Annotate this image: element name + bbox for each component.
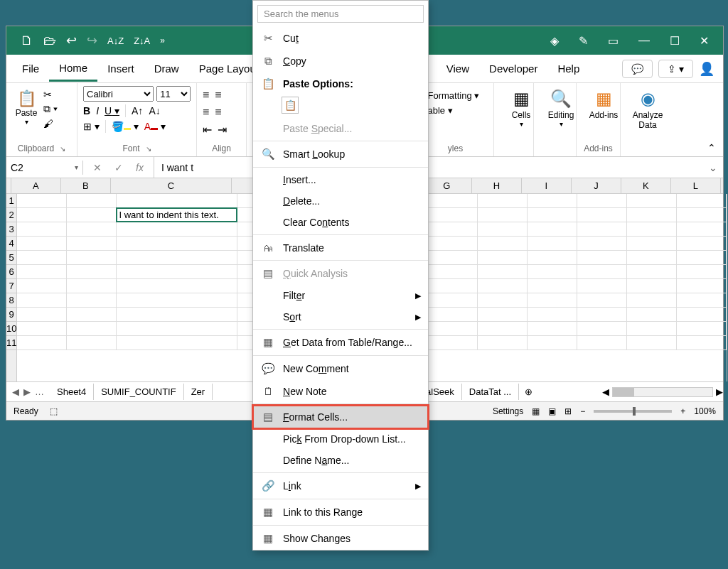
- cell[interactable]: [428, 308, 478, 322]
- cell[interactable]: [478, 194, 528, 208]
- account-icon[interactable]: 👤: [699, 61, 714, 77]
- cell[interactable]: [67, 251, 117, 265]
- cell[interactable]: [577, 336, 627, 350]
- sheet-tab[interactable]: Sheet4: [50, 384, 94, 400]
- borders-button[interactable]: ⊞ ▾: [83, 121, 100, 132]
- cell[interactable]: [577, 322, 627, 336]
- menu-insert[interactable]: Insert...: [253, 169, 428, 190]
- cell[interactable]: [627, 293, 677, 308]
- cell[interactable]: [677, 308, 727, 322]
- cut-icon[interactable]: ✂: [43, 89, 58, 100]
- cell[interactable]: [528, 265, 577, 279]
- sort-asc-icon[interactable]: A↓Z: [107, 36, 124, 46]
- menu-translate[interactable]: 🗛Translate: [253, 237, 428, 259]
- menu-clear-contents[interactable]: Clear Contents: [253, 212, 428, 233]
- cell[interactable]: [428, 265, 478, 279]
- cell[interactable]: [528, 336, 577, 350]
- cell[interactable]: [677, 194, 727, 208]
- cell[interactable]: [117, 194, 237, 208]
- column-header[interactable]: H: [472, 178, 522, 193]
- cell[interactable]: [528, 293, 577, 308]
- cell[interactable]: [677, 265, 727, 279]
- cell[interactable]: [428, 293, 478, 308]
- cell[interactable]: [577, 265, 627, 279]
- menu-delete[interactable]: Delete...: [253, 190, 428, 212]
- cell[interactable]: [528, 194, 577, 208]
- cell[interactable]: [627, 322, 677, 336]
- cell[interactable]: [627, 237, 677, 251]
- tab-file[interactable]: File: [12, 57, 49, 80]
- column-header[interactable]: G: [422, 178, 472, 193]
- menu-search-input[interactable]: Search the menus: [257, 5, 424, 23]
- cell[interactable]: [428, 322, 478, 336]
- paste-button[interactable]: 📋 Paste ▾: [12, 86, 41, 129]
- zoom-out-icon[interactable]: −: [580, 406, 585, 416]
- cell[interactable]: [67, 208, 117, 222]
- collapse-ribbon-icon[interactable]: ⌃: [700, 139, 723, 156]
- cell[interactable]: [528, 237, 577, 251]
- row-header[interactable]: 3: [6, 222, 16, 237]
- column-header[interactable]: C: [111, 178, 232, 193]
- cell[interactable]: [478, 336, 528, 350]
- sheet-nav-next-icon[interactable]: ▶: [23, 386, 31, 397]
- menu-smart-lookup[interactable]: 🔍Smart Lookup: [253, 143, 428, 166]
- menu-copy[interactable]: ⧉Copy: [253, 50, 428, 72]
- cell[interactable]: [67, 322, 117, 336]
- cell[interactable]: [117, 251, 237, 265]
- tab-help[interactable]: Help: [547, 57, 589, 80]
- macro-record-icon[interactable]: ⬚: [50, 406, 58, 416]
- column-header[interactable]: L: [671, 178, 721, 193]
- cell[interactable]: [17, 251, 67, 265]
- cell[interactable]: [627, 208, 677, 222]
- enter-formula-icon[interactable]: ✓: [114, 162, 123, 173]
- cell[interactable]: [117, 308, 237, 322]
- share-button[interactable]: ⇪ ▾: [658, 60, 693, 78]
- cell[interactable]: [428, 251, 478, 265]
- sheet-tab[interactable]: DataTat ...: [462, 384, 519, 400]
- column-header[interactable]: B: [61, 178, 111, 193]
- cell[interactable]: [117, 222, 237, 237]
- cell[interactable]: [428, 208, 478, 222]
- cell[interactable]: [478, 251, 528, 265]
- select-all-corner[interactable]: [6, 178, 11, 194]
- cell[interactable]: [627, 308, 677, 322]
- view-pagelayout-icon[interactable]: ▣: [548, 406, 556, 416]
- fill-color-button[interactable]: 🪣 ▾: [112, 121, 139, 132]
- menu-link-range[interactable]: ▦Link to this Range: [253, 501, 428, 524]
- cancel-formula-icon[interactable]: ✕: [93, 162, 102, 173]
- cell[interactable]: [67, 293, 117, 308]
- cell[interactable]: [677, 293, 727, 308]
- row-header[interactable]: 8: [6, 293, 16, 308]
- row-header[interactable]: 9: [6, 308, 16, 322]
- menu-get-data[interactable]: ▦Get Data from Table/Range...: [253, 331, 428, 354]
- maximize-icon[interactable]: ☐: [670, 34, 680, 48]
- align-left-icon[interactable]: ≡: [203, 106, 209, 119]
- cell[interactable]: [627, 265, 677, 279]
- qat-more-icon[interactable]: »: [160, 36, 165, 45]
- menu-filter[interactable]: Filter▶: [253, 285, 428, 306]
- row-header[interactable]: 7: [6, 279, 16, 293]
- window-mode-icon[interactable]: ▭: [608, 34, 619, 48]
- column-header[interactable]: A: [11, 178, 61, 193]
- cell[interactable]: [117, 336, 237, 350]
- cell[interactable]: [17, 194, 67, 208]
- cell[interactable]: [117, 237, 237, 251]
- cell[interactable]: [17, 279, 67, 293]
- cell[interactable]: [67, 308, 117, 322]
- menu-define-name[interactable]: Define Name...: [253, 450, 428, 471]
- align-middle-icon[interactable]: ≡: [215, 89, 221, 102]
- fx-icon[interactable]: fx: [136, 162, 144, 173]
- cell[interactable]: [627, 194, 677, 208]
- cell[interactable]: [17, 308, 67, 322]
- cell[interactable]: [17, 222, 67, 237]
- font-color-button[interactable]: A ▾: [144, 121, 166, 132]
- cell[interactable]: [478, 279, 528, 293]
- row-header[interactable]: 4: [6, 237, 16, 251]
- cell[interactable]: [677, 251, 727, 265]
- sheet-tab[interactable]: Zer: [184, 384, 213, 400]
- cell[interactable]: [478, 265, 528, 279]
- column-header[interactable]: K: [621, 178, 671, 193]
- new-sheet-icon[interactable]: ⊕: [519, 386, 538, 397]
- cell[interactable]: [428, 222, 478, 237]
- close-icon[interactable]: ✕: [700, 34, 709, 48]
